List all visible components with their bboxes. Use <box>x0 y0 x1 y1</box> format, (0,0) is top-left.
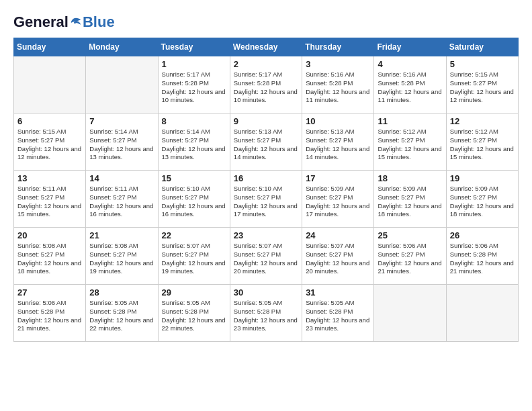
cell-sunset: Sunset: 5:27 PM <box>378 193 442 202</box>
day-number: 18 <box>378 173 442 183</box>
cell-daylight: Daylight: 12 hours and 18 minutes. <box>450 202 515 220</box>
cell-sunset: Sunset: 5:28 PM <box>234 79 298 88</box>
day-number: 13 <box>17 173 82 183</box>
day-number: 25 <box>378 230 442 240</box>
calendar-cell <box>446 285 518 342</box>
day-number: 3 <box>306 59 370 69</box>
calendar-cell: 2 Sunrise: 5:17 AM Sunset: 5:28 PM Dayli… <box>230 56 302 113</box>
calendar-cell: 1 Sunrise: 5:17 AM Sunset: 5:28 PM Dayli… <box>158 56 230 113</box>
calendar-cell: 6 Sunrise: 5:15 AM Sunset: 5:27 PM Dayli… <box>14 113 86 171</box>
cell-sunset: Sunset: 5:28 PM <box>234 308 298 316</box>
cell-sunset: Sunset: 5:27 PM <box>89 193 154 202</box>
cell-sunset: Sunset: 5:27 PM <box>17 193 82 202</box>
calendar-week-row: 27 Sunrise: 5:06 AM Sunset: 5:28 PM Dayl… <box>14 285 519 342</box>
cell-sunrise: Sunrise: 5:13 AM <box>306 128 370 136</box>
cell-sunrise: Sunrise: 5:10 AM <box>234 185 298 193</box>
cell-daylight: Daylight: 12 hours and 15 minutes. <box>17 202 82 220</box>
cell-sunrise: Sunrise: 5:07 AM <box>234 242 298 250</box>
calendar-cell: 31 Sunrise: 5:05 AM Sunset: 5:28 PM Dayl… <box>302 285 374 342</box>
day-number: 9 <box>234 116 298 126</box>
cell-sunrise: Sunrise: 5:09 AM <box>378 185 442 193</box>
day-number: 12 <box>450 116 515 126</box>
calendar-cell: 27 Sunrise: 5:06 AM Sunset: 5:28 PM Dayl… <box>14 285 86 342</box>
cell-sunset: Sunset: 5:27 PM <box>450 136 515 145</box>
calendar-cell: 25 Sunrise: 5:06 AM Sunset: 5:27 PM Dayl… <box>374 228 446 285</box>
calendar-cell: 18 Sunrise: 5:09 AM Sunset: 5:27 PM Dayl… <box>374 171 446 228</box>
cell-sunset: Sunset: 5:28 PM <box>162 79 226 88</box>
cell-sunset: Sunset: 5:27 PM <box>234 250 298 259</box>
cell-sunrise: Sunrise: 5:08 AM <box>89 242 154 250</box>
day-number: 10 <box>306 116 370 126</box>
cell-sunrise: Sunrise: 5:07 AM <box>162 242 226 250</box>
cell-sunrise: Sunrise: 5:06 AM <box>17 299 82 308</box>
cell-daylight: Daylight: 12 hours and 12 minutes. <box>450 88 515 105</box>
cell-daylight: Daylight: 12 hours and 21 minutes. <box>450 259 515 277</box>
calendar-week-row: 6 Sunrise: 5:15 AM Sunset: 5:27 PM Dayli… <box>14 113 519 171</box>
calendar-body: 1 Sunrise: 5:17 AM Sunset: 5:28 PM Dayli… <box>14 56 519 342</box>
calendar-cell: 8 Sunrise: 5:14 AM Sunset: 5:27 PM Dayli… <box>158 113 230 171</box>
calendar-cell: 29 Sunrise: 5:05 AM Sunset: 5:28 PM Dayl… <box>158 285 230 342</box>
cell-sunrise: Sunrise: 5:15 AM <box>17 128 82 136</box>
calendar-cell: 10 Sunrise: 5:13 AM Sunset: 5:27 PM Dayl… <box>302 113 374 171</box>
calendar-week-row: 20 Sunrise: 5:08 AM Sunset: 5:27 PM Dayl… <box>14 228 519 285</box>
cell-sunrise: Sunrise: 5:06 AM <box>450 242 515 250</box>
calendar-cell: 17 Sunrise: 5:09 AM Sunset: 5:27 PM Dayl… <box>302 171 374 228</box>
cell-sunrise: Sunrise: 5:06 AM <box>378 242 442 250</box>
cell-sunset: Sunset: 5:27 PM <box>306 250 370 259</box>
day-number: 2 <box>234 59 298 69</box>
cell-daylight: Daylight: 12 hours and 16 minutes. <box>162 202 226 220</box>
cell-sunset: Sunset: 5:27 PM <box>89 136 154 145</box>
cell-sunrise: Sunrise: 5:05 AM <box>162 299 226 308</box>
calendar-cell: 3 Sunrise: 5:16 AM Sunset: 5:28 PM Dayli… <box>302 56 374 113</box>
calendar-cell: 9 Sunrise: 5:13 AM Sunset: 5:27 PM Dayli… <box>230 113 302 171</box>
day-number: 26 <box>450 230 515 240</box>
cell-sunset: Sunset: 5:27 PM <box>17 250 82 259</box>
cell-sunrise: Sunrise: 5:14 AM <box>89 128 154 136</box>
cell-sunrise: Sunrise: 5:07 AM <box>306 242 370 250</box>
calendar-cell: 26 Sunrise: 5:06 AM Sunset: 5:28 PM Dayl… <box>446 228 518 285</box>
day-of-week-header: Saturday <box>446 38 518 56</box>
cell-daylight: Daylight: 12 hours and 17 minutes. <box>306 202 370 220</box>
cell-sunset: Sunset: 5:27 PM <box>450 193 515 202</box>
day-number: 16 <box>234 173 298 183</box>
day-number: 15 <box>162 173 226 183</box>
cell-daylight: Daylight: 12 hours and 13 minutes. <box>89 145 154 163</box>
calendar-cell: 24 Sunrise: 5:07 AM Sunset: 5:27 PM Dayl… <box>302 228 374 285</box>
logo: General Blue <box>13 13 115 31</box>
cell-daylight: Daylight: 12 hours and 21 minutes. <box>378 259 442 277</box>
calendar-week-row: 13 Sunrise: 5:11 AM Sunset: 5:27 PM Dayl… <box>14 171 519 228</box>
day-of-week-header: Wednesday <box>230 38 302 56</box>
day-number: 29 <box>162 287 226 298</box>
calendar-cell: 30 Sunrise: 5:05 AM Sunset: 5:28 PM Dayl… <box>230 285 302 342</box>
cell-daylight: Daylight: 12 hours and 22 minutes. <box>89 316 154 334</box>
calendar-cell: 4 Sunrise: 5:16 AM Sunset: 5:28 PM Dayli… <box>374 56 446 113</box>
logo-text: General <box>13 14 82 30</box>
day-number: 19 <box>450 173 515 183</box>
calendar-header-row: SundayMondayTuesdayWednesdayThursdayFrid… <box>14 38 519 56</box>
cell-daylight: Daylight: 12 hours and 12 minutes. <box>17 145 82 163</box>
calendar-cell: 7 Sunrise: 5:14 AM Sunset: 5:27 PM Dayli… <box>86 113 158 171</box>
day-of-week-header: Monday <box>86 38 158 56</box>
calendar-cell <box>14 56 86 113</box>
day-number: 27 <box>17 287 82 298</box>
day-number: 30 <box>234 287 298 298</box>
day-number: 17 <box>306 173 370 183</box>
calendar-cell: 21 Sunrise: 5:08 AM Sunset: 5:27 PM Dayl… <box>86 228 158 285</box>
calendar-table: SundayMondayTuesdayWednesdayThursdayFrid… <box>13 38 519 342</box>
cell-daylight: Daylight: 12 hours and 21 minutes. <box>17 316 82 334</box>
cell-sunset: Sunset: 5:28 PM <box>378 79 442 88</box>
cell-sunrise: Sunrise: 5:10 AM <box>162 185 226 193</box>
cell-sunrise: Sunrise: 5:14 AM <box>162 128 226 136</box>
day-number: 11 <box>378 116 442 126</box>
cell-sunset: Sunset: 5:27 PM <box>162 136 226 145</box>
day-number: 7 <box>89 116 154 126</box>
cell-daylight: Daylight: 12 hours and 19 minutes. <box>162 259 226 277</box>
calendar-week-row: 1 Sunrise: 5:17 AM Sunset: 5:28 PM Dayli… <box>14 56 519 113</box>
cell-sunrise: Sunrise: 5:09 AM <box>450 185 515 193</box>
cell-daylight: Daylight: 12 hours and 18 minutes. <box>378 202 442 220</box>
calendar-cell: 19 Sunrise: 5:09 AM Sunset: 5:27 PM Dayl… <box>446 171 518 228</box>
cell-daylight: Daylight: 12 hours and 17 minutes. <box>234 202 298 220</box>
cell-daylight: Daylight: 12 hours and 20 minutes. <box>306 259 370 277</box>
calendar-cell: 22 Sunrise: 5:07 AM Sunset: 5:27 PM Dayl… <box>158 228 230 285</box>
day-number: 28 <box>89 287 154 298</box>
